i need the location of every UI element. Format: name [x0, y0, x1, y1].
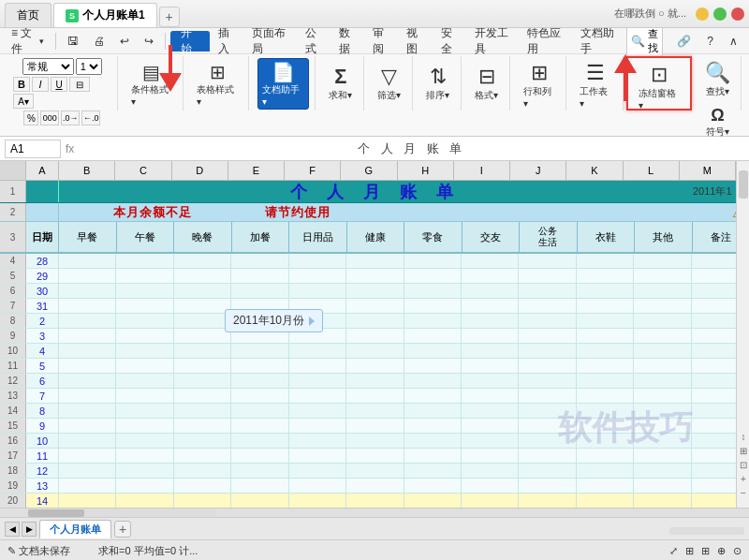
data-cell[interactable]	[116, 479, 173, 493]
data-cell[interactable]	[59, 374, 116, 388]
date-cell[interactable]: 3	[26, 329, 59, 343]
data-cell[interactable]	[577, 299, 634, 313]
filter-button[interactable]: ▽ 筛选▾	[373, 62, 406, 105]
data-cell[interactable]	[462, 464, 519, 478]
data-cell[interactable]	[289, 449, 346, 463]
data-cell[interactable]	[577, 479, 634, 493]
right-icon-2[interactable]: ⊞	[740, 446, 747, 456]
data-cell[interactable]	[577, 449, 634, 463]
data-cell[interactable]	[231, 284, 288, 298]
data-cell[interactable]	[346, 374, 404, 388]
menu-file[interactable]: ≡ 文件 ▾	[5, 31, 51, 52]
menu-layout[interactable]: 页面布局	[245, 31, 297, 52]
data-cell[interactable]	[346, 344, 404, 358]
data-cell[interactable]	[174, 269, 231, 283]
tab-home[interactable]: 首页	[5, 3, 51, 27]
data-cell[interactable]	[289, 284, 346, 298]
data-cell[interactable]	[231, 254, 288, 268]
data-cell[interactable]	[289, 254, 346, 268]
menu-review[interactable]: 审阅	[366, 31, 398, 52]
data-cell[interactable]	[519, 374, 576, 388]
italic-button[interactable]: I	[32, 77, 49, 92]
data-cell[interactable]	[634, 329, 691, 343]
data-cell[interactable]	[404, 479, 462, 493]
close-button[interactable]	[731, 7, 744, 21]
menu-data[interactable]: 数据	[332, 31, 364, 52]
data-cell[interactable]	[174, 494, 231, 508]
data-cell[interactable]	[577, 269, 634, 283]
data-cell[interactable]	[346, 329, 404, 343]
data-cell[interactable]	[231, 344, 288, 358]
sheet-add-button[interactable]: +	[114, 521, 131, 538]
data-cell[interactable]	[231, 449, 288, 463]
data-cell[interactable]	[174, 344, 231, 358]
search-box[interactable]: 🔍 查找	[626, 25, 663, 57]
status-icon-2[interactable]: ⊞	[685, 545, 694, 557]
data-cell[interactable]	[231, 359, 288, 373]
data-cell[interactable]	[174, 434, 231, 448]
doc-assist-button[interactable]: 📄 文档助手▾	[257, 58, 308, 110]
data-cell[interactable]	[462, 404, 519, 418]
data-cell[interactable]	[634, 494, 691, 508]
data-cell[interactable]	[577, 494, 634, 508]
data-cell[interactable]	[231, 434, 288, 448]
minimize-button[interactable]	[696, 7, 709, 21]
menu-insert[interactable]: 插入	[212, 31, 243, 52]
menu-formula[interactable]: 公式	[299, 31, 330, 52]
data-cell[interactable]	[404, 389, 462, 403]
data-cell[interactable]	[59, 254, 116, 268]
percent-button[interactable]: %	[23, 111, 38, 125]
data-cell[interactable]	[346, 299, 404, 313]
cell-reference[interactable]: A1	[5, 140, 61, 158]
date-cell[interactable]: 8	[26, 404, 59, 418]
date-cell[interactable]: 12	[26, 464, 59, 478]
data-cell[interactable]	[462, 419, 519, 433]
menu-undo-icon[interactable]: ↩	[113, 31, 136, 52]
data-cell[interactable]	[404, 359, 462, 373]
data-cell[interactable]	[634, 449, 691, 463]
vertical-scrollbar[interactable]: ↕ ⊞ ⊡ + −	[736, 161, 749, 508]
data-cell[interactable]	[59, 269, 116, 283]
sum-button[interactable]: Σ 求和▾	[324, 62, 358, 105]
sheet-tab-monthly[interactable]: 个人月账单	[39, 520, 111, 538]
data-cell[interactable]	[174, 359, 231, 373]
date-cell[interactable]: 11	[26, 449, 59, 463]
data-cell[interactable]	[116, 464, 173, 478]
data-cell[interactable]	[519, 344, 576, 358]
scroll-track[interactable]	[28, 509, 215, 517]
data-cell[interactable]	[519, 359, 576, 373]
status-icon-4[interactable]: ⊕	[717, 545, 726, 557]
date-cell[interactable]: 7	[26, 389, 59, 403]
data-cell[interactable]	[634, 419, 691, 433]
font-size-select[interactable]: 11	[76, 58, 102, 75]
sheet-scroll-left[interactable]: ◀	[5, 522, 20, 537]
table-style-button[interactable]: ⊞ 表格样式▾	[192, 58, 242, 110]
right-icon-1[interactable]: ↕	[742, 432, 746, 442]
data-cell[interactable]	[404, 269, 462, 283]
data-cell[interactable]	[59, 464, 116, 478]
data-cell[interactable]	[404, 254, 462, 268]
data-cell[interactable]	[116, 269, 173, 283]
thousands-button[interactable]: 000	[40, 111, 59, 125]
data-cell[interactable]	[519, 479, 576, 493]
data-cell[interactable]	[59, 314, 116, 328]
data-cell[interactable]	[462, 374, 519, 388]
data-cell[interactable]	[289, 419, 346, 433]
data-cell[interactable]	[174, 479, 231, 493]
data-cell[interactable]	[116, 434, 173, 448]
menu-view[interactable]: 视图	[400, 31, 432, 52]
data-cell[interactable]	[519, 494, 576, 508]
data-cell[interactable]	[174, 374, 231, 388]
status-icon-1[interactable]: ⤢	[669, 545, 678, 557]
data-cell[interactable]	[231, 419, 288, 433]
data-cell[interactable]	[577, 389, 634, 403]
sheet-scroll-bar[interactable]	[669, 527, 744, 535]
data-cell[interactable]	[174, 449, 231, 463]
data-cell[interactable]	[346, 479, 404, 493]
data-cell[interactable]	[59, 494, 116, 508]
data-cell[interactable]	[346, 389, 404, 403]
data-cell[interactable]	[174, 299, 231, 313]
freeze-button[interactable]: ⊡ 冻结窗格▾	[634, 60, 684, 113]
data-cell[interactable]	[231, 464, 288, 478]
data-cell[interactable]	[231, 404, 288, 418]
